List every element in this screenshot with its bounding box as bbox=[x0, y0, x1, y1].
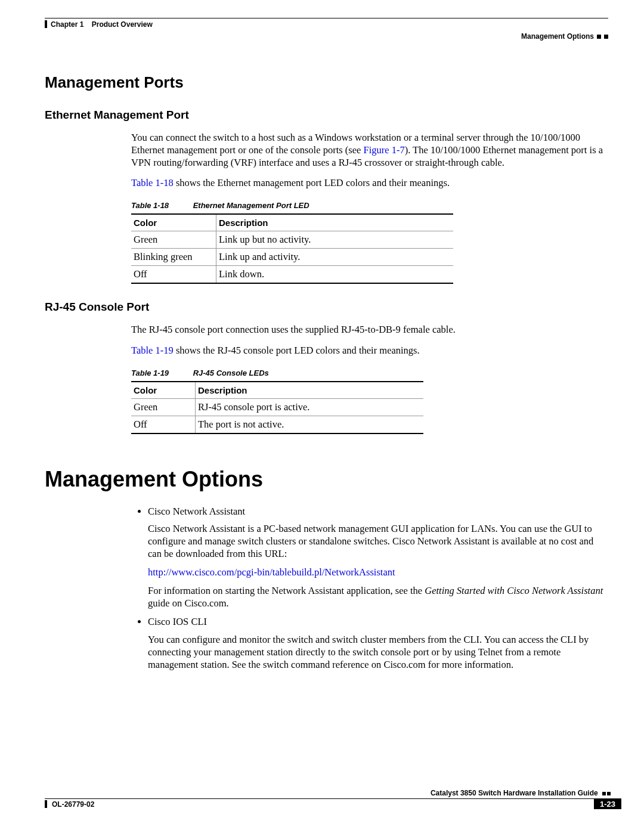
paragraph: You can configure and monitor the switch… bbox=[148, 633, 608, 671]
table-row: Blinking greenLink up and activity. bbox=[131, 249, 453, 266]
table-caption: Table 1-19 RJ-45 Console LEDs bbox=[131, 368, 608, 377]
heading-management-options: Management Options bbox=[45, 467, 608, 492]
page-number: 1-23 bbox=[594, 800, 621, 809]
item-title: Cisco Network Assistant bbox=[148, 505, 608, 518]
table-row: OffLink down. bbox=[131, 266, 453, 284]
page-header: Chapter 1 Product Overview Management Op… bbox=[45, 18, 608, 41]
list-item: Cisco IOS CLI You can configure and moni… bbox=[148, 615, 608, 670]
paragraph: Cisco Network Assistant is a PC-based ne… bbox=[148, 522, 608, 560]
paragraph: The RJ-45 console port connection uses t… bbox=[131, 323, 608, 336]
col-header: Color bbox=[131, 382, 196, 399]
doc-id: OL-26779-02 bbox=[52, 800, 94, 809]
paragraph: Table 1-19 shows the RJ-45 console port … bbox=[131, 344, 608, 357]
chapter-title: Product Overview bbox=[92, 20, 153, 29]
page-footer: Catalyst 3850 Switch Hardware Installati… bbox=[45, 789, 621, 809]
table-row: OffThe port is not active. bbox=[131, 416, 423, 433]
paragraph: You can connect the switch to a host suc… bbox=[131, 131, 608, 169]
table-link[interactable]: Table 1-19 bbox=[131, 345, 174, 356]
header-section: Management Options bbox=[521, 32, 594, 41]
square-icon bbox=[597, 35, 601, 39]
col-header: Description bbox=[216, 214, 454, 231]
heading-rj45-console: RJ-45 Console Port bbox=[45, 301, 608, 314]
paragraph: Table 1-18 shows the Ethernet management… bbox=[131, 176, 608, 189]
table-ethernet-led: Color Description GreenLink up but no ac… bbox=[131, 213, 453, 284]
heading-management-ports: Management Ports bbox=[45, 73, 608, 92]
options-list: Cisco Network Assistant Cisco Network As… bbox=[131, 505, 608, 671]
table-row: GreenLink up but no activity. bbox=[131, 231, 453, 249]
table-link[interactable]: Table 1-18 bbox=[131, 177, 174, 188]
table-rj45-led: Color Description GreenRJ-45 console por… bbox=[131, 381, 423, 434]
item-title: Cisco IOS CLI bbox=[148, 615, 608, 628]
table-row: GreenRJ-45 console port is active. bbox=[131, 398, 423, 416]
figure-link[interactable]: Figure 1-7 bbox=[363, 144, 404, 156]
heading-ethernet-mgmt-port: Ethernet Management Port bbox=[45, 109, 608, 122]
square-icon bbox=[604, 35, 608, 39]
paragraph: For information on starting the Network … bbox=[148, 584, 608, 609]
square-icon bbox=[602, 792, 611, 795]
table-caption: Table 1-18 Ethernet Management Port LED bbox=[131, 201, 608, 210]
guide-title: Catalyst 3850 Switch Hardware Installati… bbox=[431, 789, 598, 797]
col-header: Description bbox=[196, 382, 424, 399]
url-link[interactable]: http://www.cisco.com/pcgi-bin/tablebuild… bbox=[148, 566, 395, 578]
chapter-label: Chapter 1 bbox=[51, 20, 83, 29]
list-item: Cisco Network Assistant Cisco Network As… bbox=[148, 505, 608, 610]
col-header: Color bbox=[131, 214, 216, 231]
